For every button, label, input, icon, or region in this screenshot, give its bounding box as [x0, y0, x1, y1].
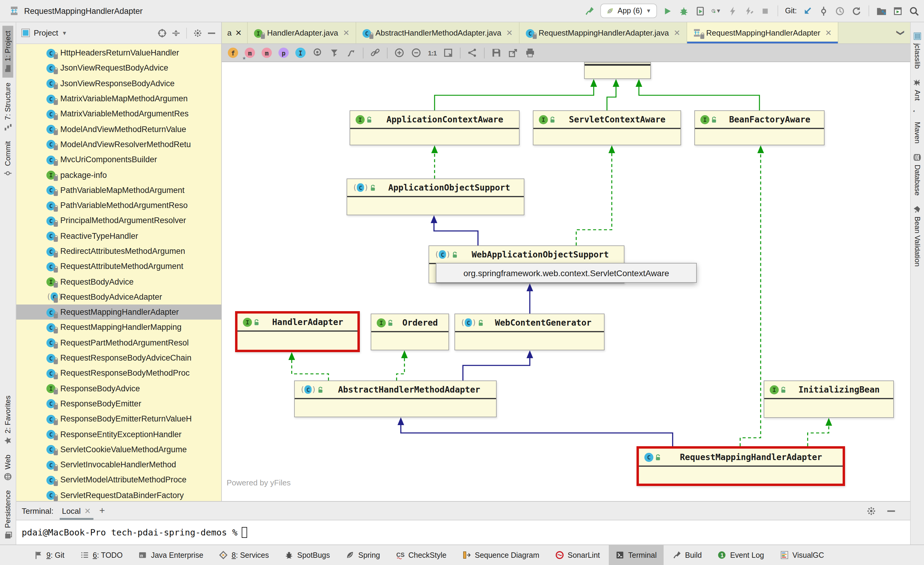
run-coverage-icon[interactable]: [694, 6, 705, 16]
close-icon[interactable]: ✕: [343, 29, 350, 38]
project-item-responsebodyemitterreturnvalueh[interactable]: CResponseBodyEmitterReturnValueH: [16, 411, 221, 427]
export-icon[interactable]: [508, 48, 519, 58]
collapse-all-icon[interactable]: [171, 28, 181, 38]
hide-terminal-icon[interactable]: [886, 506, 896, 516]
statusbar-item-event-log[interactable]: 1Event Log: [711, 545, 771, 565]
project-item-matrixvariablemapmethodargumen[interactable]: CMatrixVariableMapMethodArgumen: [16, 91, 221, 107]
uml-node-applicationobjectsupport[interactable]: (C)ApplicationObjectSupport: [346, 179, 524, 215]
statusbar-item-terminal[interactable]: Terminal: [609, 545, 664, 565]
statusbar-item-build[interactable]: Build: [666, 545, 708, 565]
statusbar-item-sequence-diagram[interactable]: Sequence Diagram: [455, 545, 546, 565]
run-configuration-select[interactable]: App (6) ▼: [600, 4, 657, 18]
uml-node-servletcontextaware[interactable]: IServletContextAware: [533, 110, 681, 145]
statusbar-item-visualgc[interactable]: VisualGC: [773, 545, 831, 565]
visibility-icon[interactable]: [312, 48, 322, 58]
tool-stripe-bean-validation[interactable]: Bean Validation: [912, 200, 923, 272]
project-item-redirectattributesmethodargumen[interactable]: CRedirectAttributesMethodArgumen: [16, 243, 221, 259]
project-item-requestbodyadviceadapter[interactable]: (C)RequestBodyAdviceAdapter: [16, 289, 221, 305]
edit-profiler-icon[interactable]: [744, 6, 754, 16]
tool-stripe-7-structure[interactable]: 7: Structure: [2, 78, 13, 136]
link-icon[interactable]: [370, 48, 380, 58]
filter-icon[interactable]: [329, 48, 339, 58]
git-update-icon[interactable]: [802, 6, 813, 16]
tool-stripe-commit[interactable]: Commit: [2, 136, 13, 182]
print-icon[interactable]: [525, 48, 536, 58]
build-hammer-icon[interactable]: [584, 6, 595, 16]
chevron-down-icon[interactable]: ▼: [62, 30, 67, 36]
terminal-settings-gear-icon[interactable]: [866, 506, 876, 516]
attach-profiler-icon[interactable]: [727, 6, 738, 16]
close-icon[interactable]: ✕: [84, 506, 91, 515]
uml-node-beanfactoryaware[interactable]: IBeanFactoryAware: [694, 110, 825, 145]
project-item-matrixvariablemethodargumentres[interactable]: CMatrixVariableMethodArgumentRes: [16, 106, 221, 122]
actual-size-icon[interactable]: 1:1: [428, 49, 436, 56]
tool-stripe-1-project[interactable]: 1: Project: [2, 26, 13, 78]
tab-list-chevron-icon[interactable]: ❯: [890, 24, 911, 42]
debug-icon[interactable]: [678, 6, 688, 16]
project-item-httpheadersreturnvaluehandler[interactable]: CHttpHeadersReturnValueHandler: [16, 45, 221, 61]
uml-node-applicationcontextaware[interactable]: IApplicationContextAware: [350, 110, 519, 145]
close-icon[interactable]: ✕: [825, 29, 832, 38]
stop-icon[interactable]: [760, 6, 770, 16]
toggle-p-visibility-icon[interactable]: p: [279, 48, 289, 58]
project-item-requestpartmethodargumentresol[interactable]: CRequestPartMethodArgumentResol: [16, 335, 221, 350]
fit-icon[interactable]: [443, 48, 453, 58]
uml-node-clipped[interactable]: [584, 62, 651, 79]
project-item-servletrequestdatabinderfactory[interactable]: CServletRequestDataBinderFactory: [16, 487, 221, 501]
editor-tab-abstracthandlermethodadapter-java[interactable]: C AbstractHandlerMethodAdapter.java✕: [356, 22, 519, 44]
route-icon[interactable]: [346, 48, 356, 58]
uml-node-webcontentgenerator[interactable]: (C)WebContentGenerator: [454, 314, 604, 350]
project-item-modelandviewmethodreturnvalue[interactable]: CModelAndViewMethodReturnValue: [16, 122, 221, 137]
tool-stripe-ant[interactable]: Ant: [912, 74, 923, 105]
search-everywhere-icon[interactable]: [909, 6, 919, 16]
statusbar-item-checkstyle[interactable]: CSCheckStyle: [389, 545, 453, 565]
project-item-requestbodyadvice[interactable]: IRequestBodyAdvice: [16, 274, 221, 289]
git-commit-icon[interactable]: [819, 6, 829, 16]
project-item-principalmethodargumentresolver[interactable]: CPrincipalMethodArgumentResolver: [16, 213, 221, 228]
save-icon[interactable]: [492, 48, 502, 58]
project-item-mvcuricomponentsbuilder[interactable]: CMvcUriComponentsBuilder: [16, 152, 221, 167]
project-item-responseentityexceptionhandler[interactable]: CResponseEntityExceptionHandler: [16, 427, 221, 442]
uml-node-initializingbean[interactable]: IInitializingBean: [764, 380, 894, 418]
run-icon[interactable]: [662, 6, 672, 16]
terminal-tab-local[interactable]: Local ✕: [60, 502, 93, 520]
project-item-responsebodyemitter[interactable]: CResponseBodyEmitter: [16, 396, 221, 412]
project-item-reactivetypehandler[interactable]: CReactiveTypeHandler: [16, 228, 221, 243]
editor-tab-handleradapter-java[interactable]: I HandlerAdapter.java✕: [248, 22, 356, 44]
statusbar-item-spring[interactable]: Spring: [339, 545, 387, 565]
toggle-I-visibility-icon[interactable]: I: [296, 48, 306, 58]
gear-icon[interactable]: [192, 28, 202, 38]
statusbar-item-8-services[interactable]: 8: Services: [213, 545, 276, 565]
statusbar-item-9-git[interactable]: 9: Git: [27, 545, 71, 565]
uml-diagram-canvas[interactable]: IApplicationContextAware IServletContext…: [222, 62, 910, 501]
project-item-servletcookievaluemethodargume[interactable]: CServletCookieValueMethodArgume: [16, 442, 221, 457]
close-icon[interactable]: ✕: [235, 29, 242, 38]
project-item-pathvariablemapmethodargument[interactable]: CPathVariableMapMethodArgument: [16, 182, 221, 198]
project-item-package-info[interactable]: Ipackage-info: [16, 167, 221, 183]
local-changes-icon[interactable]: [876, 6, 886, 16]
project-item-requestresponsebodyadvicechain[interactable]: CRequestResponseBodyAdviceChain: [16, 350, 221, 366]
share-icon[interactable]: [467, 48, 478, 58]
project-item-requestmappinghandleradapter[interactable]: CRequestMappingHandlerAdapter: [16, 305, 221, 320]
uml-node-ordered[interactable]: IOrdered: [370, 314, 449, 350]
zoomin-icon[interactable]: [394, 48, 405, 58]
terminal-output[interactable]: pdai@MacBook-Pro tech-pdai-spring-demos …: [16, 520, 910, 544]
close-icon[interactable]: ✕: [674, 29, 680, 38]
project-item-responsebodyadvice[interactable]: IResponseBodyAdvice: [16, 381, 221, 396]
tool-stripe-database[interactable]: Database: [912, 148, 923, 200]
hide-panel-icon[interactable]: [206, 28, 216, 38]
uml-node-requestmappinghandleradapter[interactable]: CRequestMappingHandlerAdapter: [636, 446, 845, 486]
tool-stripe-persistence[interactable]: Persistence: [2, 486, 13, 544]
close-icon[interactable]: ✕: [506, 29, 513, 38]
statusbar-item-6-todo[interactable]: 6: TODO: [74, 545, 129, 565]
uml-node-abstracthandlermethodadapter[interactable]: (C)AbstractHandlerMethodAdapter: [294, 380, 496, 417]
project-item-requestresponsebodymethodproc[interactable]: CRequestResponseBodyMethodProc: [16, 365, 221, 381]
tool-stripe-web[interactable]: Web: [2, 450, 13, 486]
project-item-pathvariablemethodargumentreso[interactable]: CPathVariableMethodArgumentReso: [16, 198, 221, 213]
project-item-servletmodelattributemethodproce[interactable]: CServletModelAttributeMethodProce: [16, 472, 221, 488]
project-item-jsonviewresponsebodyadvice[interactable]: CJsonViewResponseBodyAdvice: [16, 76, 221, 91]
statusbar-item-spotbugs[interactable]: SpotBugs: [278, 545, 336, 565]
editor-tab-requestmappinghandleradapter-java[interactable]: C RequestMappingHandlerAdapter.java✕: [519, 22, 687, 44]
editor-tab-overflow[interactable]: a✕: [222, 22, 248, 44]
toggle-m-visibility-icon[interactable]: m: [262, 48, 272, 58]
